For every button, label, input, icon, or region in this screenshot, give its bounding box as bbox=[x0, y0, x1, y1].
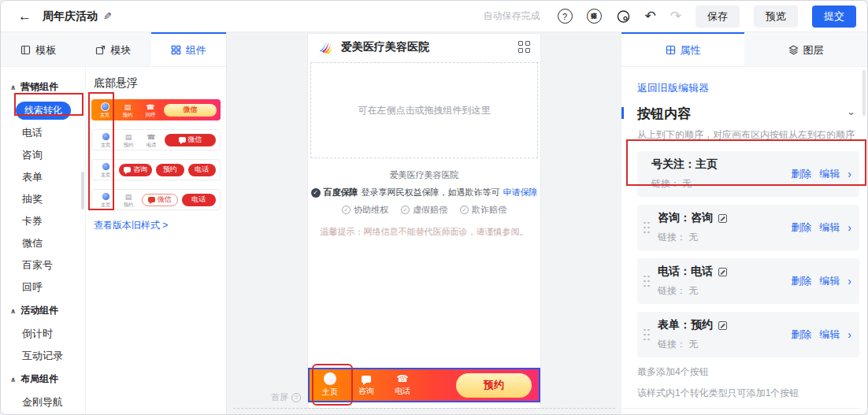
delete-link[interactable]: 删除 bbox=[791, 220, 811, 235]
sidebar-item-phone[interactable]: 电话 bbox=[1, 122, 85, 144]
category-marketing[interactable]: ∧ 营销组件 bbox=[1, 75, 85, 99]
module-icon bbox=[95, 45, 106, 55]
tab-properties[interactable]: 属性 bbox=[621, 32, 744, 66]
tab-template[interactable]: 模板 bbox=[1, 32, 76, 66]
undo-icon[interactable]: ↶ bbox=[645, 9, 656, 23]
submit-button[interactable]: 提交 bbox=[812, 6, 856, 28]
tab-layers[interactable]: 图层 bbox=[744, 32, 867, 66]
chat-icon bbox=[179, 137, 186, 143]
component-drop-zone[interactable]: 可在左侧点击或拖拽组件到这里 bbox=[310, 62, 538, 158]
sidebar-item-form[interactable]: 表单 bbox=[1, 166, 85, 188]
delete-link[interactable]: 删除 bbox=[791, 167, 811, 181]
tab-component[interactable]: 组件 bbox=[151, 32, 226, 66]
right-panel: 属性 图层 返回旧版编辑器 按钮内容 › 从上到下的顺序，对应画布区内按钮从左到… bbox=[621, 32, 867, 415]
layers-icon bbox=[788, 45, 799, 55]
rename-icon[interactable] bbox=[718, 321, 727, 330]
chevron-right-icon[interactable]: › bbox=[848, 168, 851, 180]
chevron-down-icon[interactable]: › bbox=[845, 112, 857, 115]
category-layout[interactable]: ∧ 布局组件 bbox=[1, 367, 85, 391]
preview-button[interactable]: 预览 bbox=[754, 6, 798, 28]
drag-handle-icon[interactable] bbox=[644, 329, 651, 341]
home-label: 主页 bbox=[101, 202, 111, 206]
chat-icon bbox=[148, 197, 155, 202]
slot-label: 回呼 bbox=[146, 112, 156, 117]
card-phone-slot: ☎ 电话 bbox=[142, 133, 161, 147]
form-icon: ▤ bbox=[125, 133, 132, 141]
sidebar-item-king-kong-nav[interactable]: 金刚导航 bbox=[1, 391, 85, 413]
sidebar-item-wechat[interactable]: 微信 bbox=[1, 232, 85, 254]
earn-badge-icon[interactable]: 赚 bbox=[587, 9, 602, 24]
drag-handle-icon[interactable] bbox=[644, 276, 651, 287]
bottom-float-bar-selected[interactable]: 主页 咨询 ☎ 电话 预约 bbox=[308, 368, 540, 402]
form-icon: ▤ bbox=[124, 103, 132, 111]
drag-handle-icon[interactable] bbox=[644, 222, 651, 234]
edit-link[interactable]: 编辑 bbox=[819, 328, 840, 342]
sidebar-scrollbar[interactable] bbox=[81, 172, 84, 209]
check-circle-icon: ✓ bbox=[401, 206, 410, 214]
item-title: 咨询：咨询 bbox=[658, 211, 713, 225]
template-icon bbox=[20, 45, 31, 55]
rename-icon[interactable] bbox=[718, 214, 727, 223]
category-activity[interactable]: ∧ 活动组件 bbox=[1, 298, 85, 323]
form-icon: ▤ bbox=[125, 193, 132, 201]
panel-title: 底部悬浮 bbox=[94, 76, 221, 91]
chevron-right-icon[interactable]: › bbox=[848, 221, 851, 234]
sidebar-item-lead-conversion[interactable]: 线索转化 bbox=[16, 102, 71, 120]
collapse-caret-icon: ∧ bbox=[10, 307, 16, 315]
first-screen-label: 首屏 bbox=[271, 391, 288, 403]
float-style-card-1[interactable]: 主页 ▤ 预约 ☎ 回呼 微信 bbox=[91, 99, 221, 120]
edit-link[interactable]: 编辑 bbox=[819, 220, 840, 235]
site-logo bbox=[317, 39, 335, 56]
slot-label: 预约 bbox=[124, 142, 134, 146]
button-item-4[interactable]: 表单：预约 链接： 无 删除 编辑 › bbox=[637, 312, 859, 358]
edit-link[interactable]: 编辑 bbox=[819, 167, 840, 181]
rename-pencil-icon[interactable]: ✎ bbox=[103, 10, 112, 22]
tab-module[interactable]: 模块 bbox=[76, 32, 150, 66]
bar-booking-cta[interactable]: 预约 bbox=[456, 373, 532, 398]
sidebar-item-interaction-log[interactable]: 互动记录 bbox=[1, 345, 85, 367]
back-arrow-icon[interactable]: ← bbox=[18, 9, 32, 24]
theme-palette-icon[interactable] bbox=[616, 9, 631, 24]
editor-window: ← 周年庆活动 ✎ 自动保存完成 ? 赚 ↶ ↷ 保存 预览 提交 模板 bbox=[0, 0, 868, 415]
sidebar-item-lottery[interactable]: 抽奖 bbox=[1, 188, 85, 210]
back-to-old-editor-link[interactable]: 返回旧版编辑器 bbox=[637, 81, 859, 95]
delete-link[interactable]: 删除 bbox=[791, 274, 811, 288]
claim-link[interactable]: 申请保障 bbox=[503, 187, 538, 198]
view-old-styles-link[interactable]: 查看版本旧样式 > bbox=[94, 219, 221, 232]
help-icon[interactable]: ? bbox=[558, 9, 573, 24]
float-style-card-3[interactable]: 主页 咨询 预约 电话 bbox=[91, 159, 221, 180]
bar-consult-button[interactable]: 咨询 bbox=[353, 373, 380, 397]
right-panel-scrollbar[interactable] bbox=[862, 70, 866, 116]
button-item-3[interactable]: 电话：电话 链接： 无 删除 编辑 › bbox=[637, 258, 859, 304]
site-header: 爱美医疗美容医院 bbox=[308, 34, 540, 61]
page-title: 周年庆活动 bbox=[43, 9, 98, 24]
item-title: 表单：预约 bbox=[658, 318, 713, 332]
component-category-sidebar: ∧ 营销组件 线索转化 电话 咨询 表单 抽奖 卡券 微信 百家号 回呼 ∧ bbox=[1, 67, 86, 415]
float-style-card-4[interactable]: 主页 ▤ 预约 微信 电话 bbox=[91, 189, 221, 210]
sidebar-item-countdown[interactable]: 倒计时 bbox=[1, 323, 85, 345]
component-style-panel: 底部悬浮 主页 ▤ 预约 ☎ 回呼 bbox=[86, 67, 226, 415]
redo-icon[interactable]: ↷ bbox=[670, 9, 681, 23]
phone-icon: ☎ bbox=[397, 373, 409, 384]
float-style-card-2[interactable]: 主页 ▤ 预约 ☎ 电话 微信 bbox=[91, 129, 221, 150]
button-item-2[interactable]: 咨询：咨询 链接： 无 删除 编辑 › bbox=[637, 205, 859, 250]
first-screen-help-icon[interactable]: ? bbox=[291, 393, 301, 402]
save-button[interactable]: 保存 bbox=[696, 6, 740, 28]
bar-phone-button[interactable]: ☎ 电话 bbox=[389, 373, 416, 397]
edit-link[interactable]: 编辑 bbox=[819, 274, 840, 288]
phone-preview: 爱美医疗美容医院 可在左侧点击或拖拽组件到这里 爱美医疗美容医院 ✓ 百度保障 … bbox=[308, 34, 540, 408]
sidebar-item-coupon[interactable]: 卡券 bbox=[1, 210, 85, 232]
sidebar-item-callback[interactable]: 回呼 bbox=[1, 276, 85, 298]
delete-link[interactable]: 删除 bbox=[791, 328, 811, 342]
chat-icon bbox=[124, 167, 131, 172]
app-grid-icon[interactable] bbox=[518, 41, 531, 54]
rename-icon[interactable] bbox=[718, 268, 727, 276]
sidebar-item-baijiahao[interactable]: 百家号 bbox=[1, 254, 85, 276]
sidebar-item-consult[interactable]: 咨询 bbox=[1, 144, 85, 166]
item-link: 链接： 无 bbox=[658, 338, 791, 351]
button-item-1[interactable]: 号关注：主页 链接： 无 删除 编辑 › bbox=[637, 151, 859, 197]
slot-label: 电话 bbox=[147, 142, 157, 146]
chevron-right-icon[interactable]: › bbox=[848, 275, 851, 287]
chevron-right-icon[interactable]: › bbox=[848, 328, 851, 341]
bar-home-button[interactable]: 主页 bbox=[317, 372, 343, 398]
